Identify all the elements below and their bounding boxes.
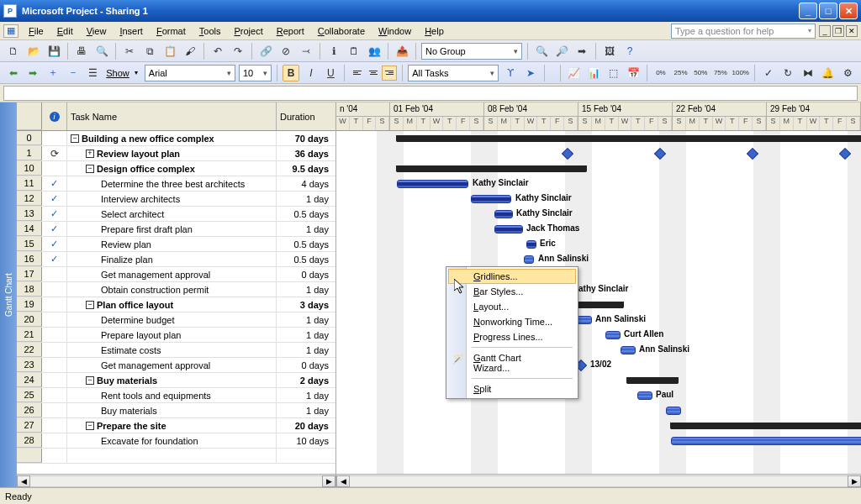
table-row[interactable]: 15✓Review plan0.5 days [17,237,335,252]
row-header[interactable]: 14 [17,222,42,236]
table-row[interactable]: 13✓Select architect0.5 days [17,207,335,222]
duration-cell[interactable]: 3 days [277,297,335,312]
redo-icon[interactable]: ↷ [230,43,246,60]
row-header[interactable]: 26 [17,403,42,417]
taskname-cell[interactable]: −Prepare the site [67,418,277,433]
open-icon[interactable]: 📂 [25,43,42,60]
indicator-column-header[interactable]: i [42,102,67,130]
duration-cell[interactable]: 20 days [277,418,335,433]
duration-cell[interactable]: 4 days [277,176,335,191]
row-header[interactable]: 28 [17,433,42,448]
duration-cell[interactable]: 0 days [277,358,335,372]
assign-resources-icon[interactable]: 👥 [366,43,383,60]
context-menu-item[interactable]: 🪄Gantt Chart Wizard... [448,350,576,375]
table-hscroll[interactable]: ◀ ▶ [17,474,335,487]
group-dropdown[interactable]: No Group▾ [421,43,522,60]
cut-icon[interactable]: ✂ [121,43,138,60]
table-row[interactable]: 28Excavate for foundation10 days [17,433,335,449]
notes-icon[interactable]: 🗒 [346,43,362,60]
summary-bar[interactable] [627,377,678,384]
context-menu-item[interactable]: Progress Lines... [448,329,576,344]
context-menu-item[interactable]: Nonworking Time... [448,314,576,329]
row-header[interactable]: 21 [17,328,42,342]
task-bar[interactable] [666,407,681,415]
menu-report[interactable]: Report [270,24,311,38]
duration-cell[interactable]: 10 days [277,433,335,448]
duration-cell[interactable]: 0 days [277,267,335,281]
autofilter-icon[interactable]: ϒ [502,65,519,81]
table-row[interactable]: 25Rent tools and equipments1 day [17,388,335,403]
task-bar[interactable] [637,391,652,400]
table-row[interactable]: 12✓Interview architects1 day [17,192,335,207]
summary-bar[interactable] [397,165,586,172]
gantt-area[interactable]: Kathy SinclairKathy SinclairKathy Sincla… [336,131,861,474]
menu-collaborate[interactable]: Collaborate [311,24,372,38]
row-header[interactable]: 10 [17,161,42,176]
print-icon[interactable]: 🖶 [73,43,90,60]
duration-cell[interactable]: 1 day [277,328,335,342]
table-row[interactable]: 14✓Prepare first draft plan1 day [17,222,335,237]
format-painter-icon[interactable]: 🖌 [182,43,198,60]
goto-task-icon[interactable]: ➡ [573,43,590,60]
gantt-hscroll[interactable]: ◀ ▶ [336,474,861,487]
paste-icon[interactable]: 📋 [161,43,178,60]
taskname-cell[interactable]: Get management approval [67,358,277,372]
taskname-cell[interactable]: Determine the three best architects [67,176,277,191]
maximize-button[interactable]: □ [819,3,837,19]
taskname-cell[interactable]: Finalize plan [67,252,277,266]
row-header[interactable]: 20 [17,312,42,327]
menu-window[interactable]: Window [372,24,418,38]
table-row[interactable]: 24−Buy materials2 days [17,373,335,388]
undo-icon[interactable]: ↶ [209,43,226,60]
add-progress-icon[interactable]: ⧓ [800,65,816,81]
duration-cell[interactable]: 0.5 days [277,207,335,221]
collapse-icon[interactable]: − [86,165,94,173]
menu-view[interactable]: View [80,24,114,38]
pct-100-icon[interactable]: 100% [732,65,749,81]
taskname-cell[interactable]: −Plan office layout [67,297,277,312]
zoom-in-icon[interactable]: 🔍 [533,43,550,60]
task-bar[interactable] [671,437,861,445]
filter-arrow-icon[interactable]: ➤ [522,65,539,81]
taskname-cell[interactable]: Obtain construction permit [67,282,277,297]
update-tasks-icon[interactable]: ✓ [760,65,777,81]
table-row[interactable]: 21Prepare layout plan1 day [17,328,335,343]
table-row[interactable]: 1⟳+Review layout plan36 days [17,146,335,161]
collapse-icon[interactable]: − [86,376,94,385]
select-all-cell[interactable] [17,102,42,130]
align-right-button[interactable] [382,66,397,81]
doc-close-button[interactable]: ✕ [846,25,858,37]
scroll-left-icon[interactable]: ◀ [336,475,350,487]
taskname-cell[interactable]: Rent tools and equipments [67,388,277,402]
publish-icon[interactable]: 📤 [394,43,410,60]
duration-cell[interactable]: 1 day [277,403,335,417]
calendar-icon[interactable]: 📅 [625,65,642,81]
reschedule-icon[interactable]: ↻ [779,65,796,81]
link-icon[interactable]: 🔗 [257,43,274,60]
pct-75-icon[interactable]: 75% [712,65,729,81]
toolbar-options-icon[interactable]: ⚙ [839,65,856,81]
duration-cell[interactable]: 2 days [277,373,335,387]
row-header[interactable]: 18 [17,282,42,297]
row-header[interactable]: 19 [17,297,42,312]
table-row[interactable]: 22Estimate costs1 day [17,343,335,358]
row-header[interactable]: 0 [17,131,42,145]
row-header[interactable]: 17 [17,267,42,281]
taskname-cell[interactable]: +Review layout plan [67,146,277,160]
duration-cell[interactable]: 70 days [277,131,335,145]
save-icon[interactable]: 💾 [45,43,62,60]
row-header[interactable]: 13 [17,207,42,221]
table-row[interactable]: 20Determine budget1 day [17,312,335,328]
copy-picture-icon[interactable]: 🖼 [601,43,618,60]
italic-button[interactable]: I [303,65,320,81]
table-row[interactable]: 19−Plan office layout3 days [17,297,335,312]
close-button[interactable]: ✕ [839,3,858,19]
align-left-button[interactable] [350,66,365,81]
taskname-cell[interactable]: Get management approval [67,267,277,281]
scroll-left-icon[interactable]: ◀ [17,475,30,487]
row-header[interactable]: 22 [17,343,42,357]
doc-restore-button[interactable]: ❐ [832,25,844,37]
duration-cell[interactable]: 1 day [277,282,335,297]
gantt-wizard-icon[interactable]: 📊 [585,65,602,81]
collaborate-icon[interactable]: 🔔 [820,65,837,81]
